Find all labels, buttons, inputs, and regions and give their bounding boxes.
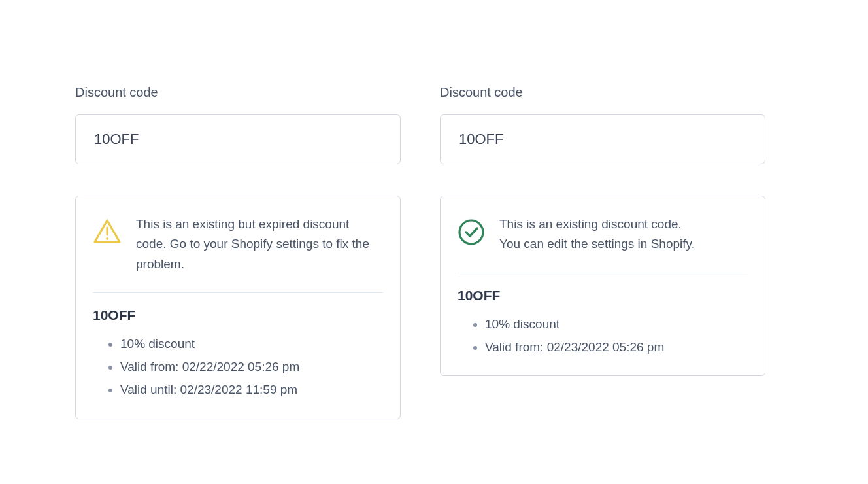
discount-code-input[interactable] bbox=[440, 114, 765, 164]
discount-details-list: 10% discount Valid from: 02/22/2022 05:2… bbox=[93, 332, 383, 401]
list-item: Valid from: 02/22/2022 05:26 pm bbox=[120, 355, 383, 378]
list-item: Valid from: 02/23/2022 05:26 pm bbox=[485, 336, 748, 358]
list-item: Valid until: 02/23/2022 11:59 pm bbox=[120, 378, 383, 401]
status-message-line1: This is an existing discount code. bbox=[499, 217, 682, 231]
discount-code-input[interactable] bbox=[75, 114, 401, 164]
status-message-line2-prefix: You can edit the settings in bbox=[499, 237, 651, 251]
discount-panel-expired: Discount code This is an existing but ex… bbox=[75, 85, 401, 419]
status-message: This is an existing discount code. You c… bbox=[499, 215, 695, 254]
discount-code-name: 10OFF bbox=[458, 288, 748, 303]
divider bbox=[458, 273, 748, 273]
check-circle-icon bbox=[458, 215, 485, 246]
list-item: 10% discount bbox=[120, 332, 383, 355]
divider bbox=[93, 292, 383, 293]
shopify-link[interactable]: Shopify. bbox=[651, 237, 695, 251]
list-item: 10% discount bbox=[485, 313, 748, 336]
discount-status-card-success: This is an existing discount code. You c… bbox=[440, 196, 765, 376]
svg-point-1 bbox=[106, 237, 108, 240]
discount-code-label: Discount code bbox=[440, 85, 765, 100]
shopify-settings-link[interactable]: Shopify settings bbox=[231, 237, 319, 251]
discount-details-list: 10% discount Valid from: 02/23/2022 05:2… bbox=[458, 313, 748, 358]
discount-code-name: 10OFF bbox=[93, 307, 383, 323]
discount-code-label: Discount code bbox=[75, 85, 401, 100]
discount-status-card-warning: This is an existing but expired discount… bbox=[75, 196, 401, 419]
discount-panel-active: Discount code This is an existing discou… bbox=[440, 85, 765, 419]
svg-point-2 bbox=[459, 220, 483, 244]
status-message: This is an existing but expired discount… bbox=[136, 215, 383, 274]
warning-triangle-icon bbox=[93, 215, 122, 245]
